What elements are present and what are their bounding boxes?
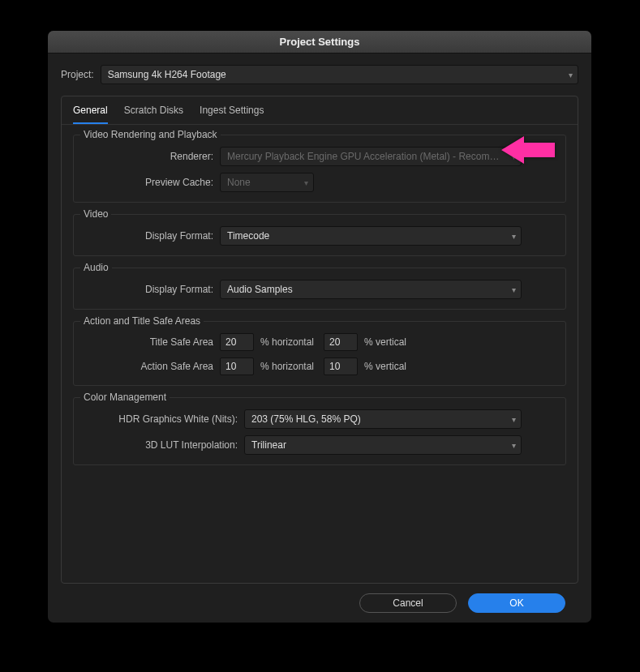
hdr-label: HDR Graphics White (Nits): [84, 413, 238, 425]
title-safe-h-unit: % horizontal [260, 336, 317, 348]
svg-marker-0 [501, 136, 555, 164]
audio-format-label: Display Format: [84, 284, 213, 295]
project-settings-window: Project Settings Project: Samsung 4k H26… [48, 31, 591, 623]
project-value: Samsung 4k H264 Footage [108, 69, 226, 80]
hdr-select[interactable]: 203 (75% HLG, 58% PQ) ▾ [244, 409, 522, 429]
group-audio-legend: Audio [80, 262, 112, 273]
group-safe-legend: Action and Title Safe Areas [80, 315, 204, 327]
preview-cache-label: Preview Cache: [84, 177, 213, 188]
cancel-button[interactable]: Cancel [359, 593, 457, 613]
annotation-arrow-icon [501, 131, 558, 172]
action-safe-h-input[interactable]: 10 [220, 357, 254, 375]
tabs: General Scratch Disks Ingest Settings [62, 96, 578, 125]
video-format-value: Timecode [227, 230, 269, 242]
chevron-down-icon: ▾ [304, 178, 308, 187]
group-color-legend: Color Management [80, 392, 170, 403]
window-title: Project Settings [280, 36, 360, 48]
window-titlebar: Project Settings [48, 31, 591, 54]
dialog-footer: Cancel OK [61, 584, 578, 613]
lut-select[interactable]: Trilinear ▾ [244, 435, 522, 455]
renderer-label: Renderer: [84, 151, 213, 162]
chevron-down-icon: ▾ [512, 441, 516, 450]
action-safe-h-unit: % horizontal [260, 361, 317, 372]
chevron-down-icon: ▾ [512, 415, 516, 424]
title-safe-v-unit: % vertical [364, 336, 421, 348]
lut-label: 3D LUT Interpolation: [84, 439, 238, 451]
project-select[interactable]: Samsung 4k H264 Footage ▾ [101, 65, 578, 84]
action-safe-v-input[interactable]: 10 [324, 357, 358, 375]
preview-cache-value: None [227, 177, 251, 188]
tab-general[interactable]: General [73, 105, 108, 124]
title-safe-v-input[interactable]: 20 [324, 333, 358, 351]
chevron-down-icon: ▾ [569, 71, 573, 79]
project-label: Project: [61, 69, 94, 80]
group-video-legend: Video [80, 208, 111, 220]
group-safe-areas: Action and Title Safe Areas Title Safe A… [73, 321, 566, 386]
action-safe-label: Action Safe Area [84, 361, 213, 372]
audio-format-select[interactable]: Audio Samples ▾ [220, 280, 522, 299]
video-format-select[interactable]: Timecode ▾ [220, 226, 522, 246]
ok-button[interactable]: OK [468, 593, 565, 613]
title-safe-label: Title Safe Area [84, 336, 213, 348]
renderer-select[interactable]: Mercury Playback Engine GPU Acceleration… [220, 147, 522, 166]
group-render: Video Rendering and Playback Renderer: M… [73, 135, 566, 203]
project-row: Project: Samsung 4k H264 Footage ▾ [61, 65, 578, 84]
title-safe-h-input[interactable]: 20 [220, 333, 254, 351]
group-audio: Audio Display Format: Audio Samples ▾ [73, 268, 566, 310]
group-video: Video Display Format: Timecode ▾ [73, 214, 566, 256]
group-color: Color Management HDR Graphics White (Nit… [73, 397, 566, 465]
audio-format-value: Audio Samples [227, 284, 293, 295]
action-safe-v-unit: % vertical [364, 361, 421, 372]
video-format-label: Display Format: [84, 230, 213, 242]
tab-content: Video Rendering and Playback Renderer: M… [62, 125, 578, 575]
group-render-legend: Video Rendering and Playback [80, 129, 221, 140]
lut-value: Trilinear [251, 439, 286, 451]
preview-cache-select[interactable]: None ▾ [220, 173, 314, 192]
tab-ingest-settings[interactable]: Ingest Settings [200, 105, 264, 124]
chevron-down-icon: ▾ [512, 232, 516, 241]
chevron-down-icon: ▾ [512, 285, 516, 294]
hdr-value: 203 (75% HLG, 58% PQ) [251, 413, 361, 425]
tab-scratch-disks[interactable]: Scratch Disks [124, 105, 183, 124]
renderer-value: Mercury Playback Engine GPU Acceleration… [227, 151, 501, 162]
